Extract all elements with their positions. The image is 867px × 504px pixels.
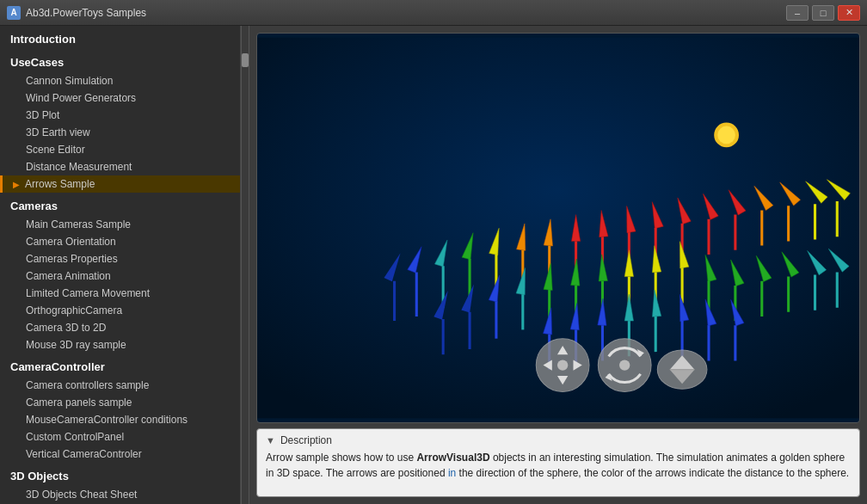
sidebar-item-vertical-cam[interactable]: Vertical CameraControler <box>0 446 240 463</box>
description-title: Description <box>280 434 332 446</box>
app-icon: A <box>7 6 21 20</box>
sidebar-cameras-header: Cameras <box>0 193 240 216</box>
camera-rotate-control <box>598 339 651 392</box>
sidebar-item-3dplot[interactable]: 3D Plot <box>0 107 240 124</box>
sidebar-item-cam-panels[interactable]: Camera panels sample <box>0 394 240 411</box>
window-controls: – □ ✕ <box>786 5 860 21</box>
sidebar-item-custom-panel[interactable]: Custom ControlPanel <box>0 428 240 446</box>
content-area: ▼ Description Arrow sample shows how to … <box>249 26 867 504</box>
desc-text1: Arrow sample shows how to use <box>266 452 416 464</box>
arrows-visualization <box>257 34 859 422</box>
sidebar-item-cam-animation[interactable]: Camera Animation <box>0 267 240 285</box>
description-panel: ▼ Description Arrow sample shows how to … <box>256 428 860 497</box>
sidebar-item-mouse-conditions[interactable]: MouseCameraController conditions <box>0 411 240 428</box>
sidebar-item-distance[interactable]: Distance Measurement <box>0 158 240 175</box>
sidebar-item-wind[interactable]: Wind Power Generators <box>0 89 240 107</box>
desc-text3: the direction of the sphere, the color o… <box>456 467 849 479</box>
sidebar: Introduction UseCases Cannon Simulation … <box>0 26 241 504</box>
sidebar-item-ortho-cam[interactable]: OrthographicCamera <box>0 302 240 319</box>
sidebar-item-cam-3dto2d[interactable]: Camera 3D to 2D <box>0 319 240 336</box>
sidebar-usecases-header: UseCases <box>0 49 240 72</box>
description-text: Arrow sample shows how to use ArrowVisua… <box>266 450 851 481</box>
sidebar-item-main-cameras[interactable]: Main Cameras Sample <box>0 216 240 233</box>
desc-bold1: ArrowVisual3D <box>416 452 489 464</box>
close-button[interactable]: ✕ <box>838 5 860 21</box>
maximize-button[interactable]: □ <box>812 5 834 21</box>
svg-point-96 <box>619 360 630 370</box>
sidebar-item-cam-properties[interactable]: Cameras Properties <box>0 250 240 267</box>
sidebar-item-arrows[interactable]: ▶ Arrows Sample <box>0 175 240 193</box>
desc-collapse-icon[interactable]: ▼ <box>266 435 275 446</box>
sidebar-scrollbar[interactable] <box>241 26 249 504</box>
sidebar-item-limited-cam[interactable]: Limited Camera Movement <box>0 285 240 302</box>
sidebar-camcontroller-header: CameraController <box>0 353 240 377</box>
3d-viewer <box>256 33 860 423</box>
sidebar-3dobjects-header: 3D Objects <box>0 463 240 486</box>
sidebar-scroll[interactable]: Introduction UseCases Cannon Simulation … <box>0 26 240 504</box>
svg-point-92 <box>557 360 568 370</box>
scrollbar-thumb[interactable] <box>242 53 249 67</box>
sidebar-item-cheatsheet[interactable]: 3D Objects Cheat Sheet <box>0 486 240 503</box>
title-bar: A Ab3d.PowerToys Samples – □ ✕ <box>0 0 867 26</box>
sidebar-item-arrows-label: Arrows Sample <box>25 178 95 190</box>
sidebar-item-cam-controllers[interactable]: Camera controllers sample <box>0 377 240 394</box>
desc-highlight1: in <box>448 467 456 479</box>
sidebar-item-cannon[interactable]: Cannon Simulation <box>0 72 240 89</box>
sidebar-item-cam-orientation[interactable]: Camera Orientation <box>0 233 240 250</box>
camera-move-control <box>536 339 589 392</box>
main-layout: Introduction UseCases Cannon Simulation … <box>0 26 867 504</box>
sidebar-item-mouse-ray[interactable]: Mouse 3D ray sample <box>0 336 240 353</box>
minimize-button[interactable]: – <box>786 5 809 21</box>
sidebar-item-scene[interactable]: Scene Editor <box>0 141 240 158</box>
selected-arrow-icon: ▶ <box>13 180 20 189</box>
svg-point-2 <box>717 126 735 144</box>
window-title: Ab3d.PowerToys Samples <box>26 7 786 19</box>
sidebar-item-earth[interactable]: 3D Earth view <box>0 124 240 141</box>
sidebar-intro-header[interactable]: Introduction <box>0 26 240 49</box>
camera-zoom-control <box>657 350 707 389</box>
description-header: ▼ Description <box>266 434 851 446</box>
